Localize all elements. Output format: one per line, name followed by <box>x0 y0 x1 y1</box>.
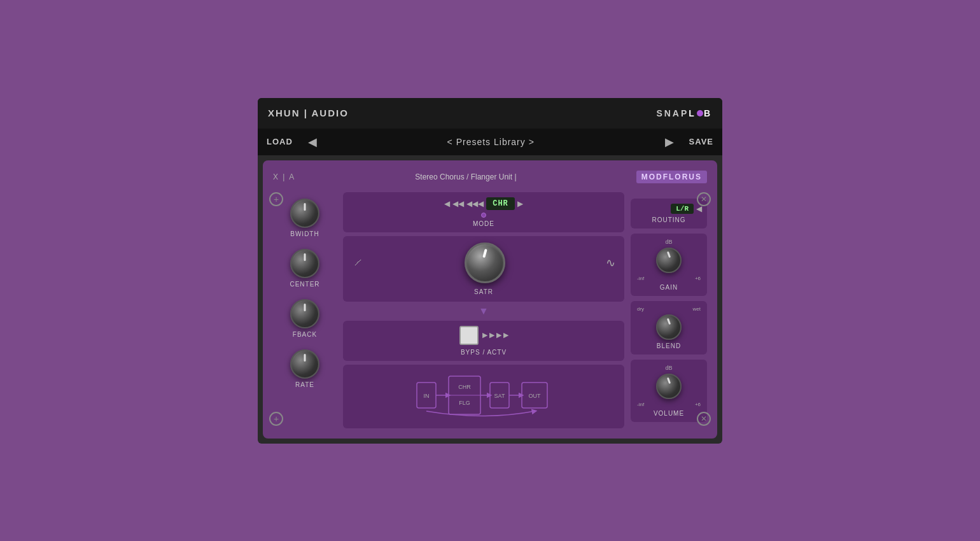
right-column: L/R ◀ ROUTING dB -inf +6 GAIN <box>631 192 707 428</box>
gain-range: -inf +6 <box>636 276 702 281</box>
satr-label: SATR <box>474 288 493 295</box>
blend-knob[interactable] <box>656 314 682 340</box>
mode-section: ◀ ◀◀ ◀◀◀ CHR ▶ MODE <box>343 192 624 232</box>
mode-left-arrow[interactable]: ◀ <box>444 199 450 208</box>
left-column: BWIDTH CENTER FBACK RATE <box>273 192 337 428</box>
gain-section: dB -inf +6 GAIN <box>631 234 707 296</box>
fback-group: FBACK <box>290 299 319 338</box>
svg-text:FLG: FLG <box>459 400 470 406</box>
main-panel: X | A Stereo Chorus / Flanger Unit | MOD… <box>263 160 717 439</box>
routing-display: L/R <box>671 204 694 214</box>
mode-indicator <box>481 213 486 218</box>
corner-x-br[interactable]: ✕ <box>697 412 711 426</box>
play-arrow-1[interactable]: ▶ <box>482 331 487 339</box>
save-button[interactable]: SAVE <box>680 129 722 155</box>
gain-label: GAIN <box>660 284 678 291</box>
bypass-label: BYPS / ACTV <box>461 349 507 356</box>
routing-arrows: L/R ◀ <box>636 204 702 214</box>
panel-xa-label: X | A <box>273 172 295 181</box>
play-arrow-3[interactable]: ▶ <box>496 331 501 339</box>
prev-preset-button[interactable]: ◀ <box>302 129 323 155</box>
signal-flow-svg: IN CHR FLG SAT OUT <box>348 370 619 421</box>
center-group: CENTER <box>290 249 319 288</box>
center-column: ◀ ◀◀ ◀◀◀ CHR ▶ MODE ⟋ ∿ <box>343 192 624 428</box>
satr-down-arrow: ▼ <box>343 306 624 317</box>
rate-knob[interactable] <box>290 349 319 379</box>
svg-text:CHR: CHR <box>458 384 471 390</box>
presets-title: < Presets Library > <box>323 137 659 147</box>
blend-dry-wet: dry wet <box>636 306 702 312</box>
corner-plus-tl[interactable]: + <box>269 192 283 206</box>
next-preset-button[interactable]: ▶ <box>659 129 680 155</box>
load-button[interactable]: LOAD <box>258 129 302 155</box>
satr-section: ⟋ ∿ SATR <box>343 236 624 302</box>
bypass-section: ▶ ▶ ▶ ▶ BYPS / ACTV <box>343 321 624 361</box>
bwidth-knob[interactable] <box>290 199 319 228</box>
mode-arrows: ◀ ◀◀ ◀◀◀ CHR ▶ <box>348 197 619 210</box>
wet-label: wet <box>693 306 701 312</box>
corner-plus-bl[interactable]: + <box>269 412 283 426</box>
bypass-button[interactable] <box>459 326 479 345</box>
svg-text:OUT: OUT <box>529 393 542 399</box>
top-bar: XHUN | AUDIO SNAPLB <box>258 98 722 129</box>
main-columns: BWIDTH CENTER FBACK RATE <box>273 192 707 428</box>
signal-flow: IN CHR FLG SAT OUT <box>343 365 624 428</box>
logo: XHUN | AUDIO <box>268 108 349 118</box>
play-arrows: ▶ ▶ ▶ ▶ <box>482 331 508 339</box>
dry-label: dry <box>637 306 644 312</box>
center-label: CENTER <box>290 281 319 288</box>
bwidth-group: BWIDTH <box>290 199 319 237</box>
rate-group: RATE <box>290 349 319 388</box>
center-knob[interactable] <box>290 249 319 278</box>
panel-brand: MODFLORUS <box>636 171 707 183</box>
volume-db-label: dB <box>665 365 672 371</box>
gain-min-label: -inf <box>637 276 644 281</box>
volume-range: -inf +6 <box>636 402 702 407</box>
wave-right-icon: ∿ <box>606 256 615 270</box>
volume-knob[interactable] <box>656 374 682 399</box>
blend-section: dry wet BLEND <box>631 301 707 355</box>
svg-text:IN: IN <box>424 393 430 399</box>
mode-label: MODE <box>473 220 494 227</box>
routing-label: ROUTING <box>652 216 685 223</box>
corner-x-tr[interactable]: ✕ <box>697 192 711 206</box>
play-arrow-4[interactable]: ▶ <box>503 331 508 339</box>
mode-lll-arrow[interactable]: ◀◀◀ <box>466 199 484 208</box>
bwidth-label: BWIDTH <box>290 230 319 237</box>
presets-bar: LOAD ◀ < Presets Library > ▶ SAVE <box>258 129 722 155</box>
gain-knob[interactable] <box>656 248 682 273</box>
mode-right-arrow[interactable]: ▶ <box>517 199 523 208</box>
panel-titlebar: X | A Stereo Chorus / Flanger Unit | MOD… <box>273 171 707 183</box>
fback-label: FBACK <box>293 331 317 338</box>
plugin-window: XHUN | AUDIO SNAPLB LOAD ◀ < Presets Lib… <box>258 98 722 444</box>
bypass-controls: ▶ ▶ ▶ ▶ <box>459 326 508 345</box>
blend-label: BLEND <box>657 342 681 349</box>
vol-max-label: +6 <box>695 402 701 407</box>
svg-text:SAT: SAT <box>494 393 505 399</box>
satr-waves: ⟋ ∿ <box>349 242 618 283</box>
satr-knob[interactable] <box>465 242 505 283</box>
mode-display: CHR <box>486 197 515 210</box>
panel-subtitle: Stereo Chorus / Flanger Unit | <box>302 172 630 181</box>
routing-section: L/R ◀ ROUTING <box>631 199 707 228</box>
snaplab-logo: SNAPLB <box>656 108 712 118</box>
fback-knob[interactable] <box>290 299 319 328</box>
rate-label: RATE <box>295 381 314 388</box>
gain-db-label: dB <box>665 239 672 245</box>
wave-left-icon: ⟋ <box>352 256 363 269</box>
volume-label: VOLUME <box>654 410 684 417</box>
vol-min-label: -inf <box>637 402 644 407</box>
volume-section: dB -inf +6 VOLUME <box>631 360 707 422</box>
gain-max-label: +6 <box>695 276 701 281</box>
play-arrow-2[interactable]: ▶ <box>489 331 494 339</box>
mode-ll-arrow[interactable]: ◀◀ <box>452 199 464 208</box>
